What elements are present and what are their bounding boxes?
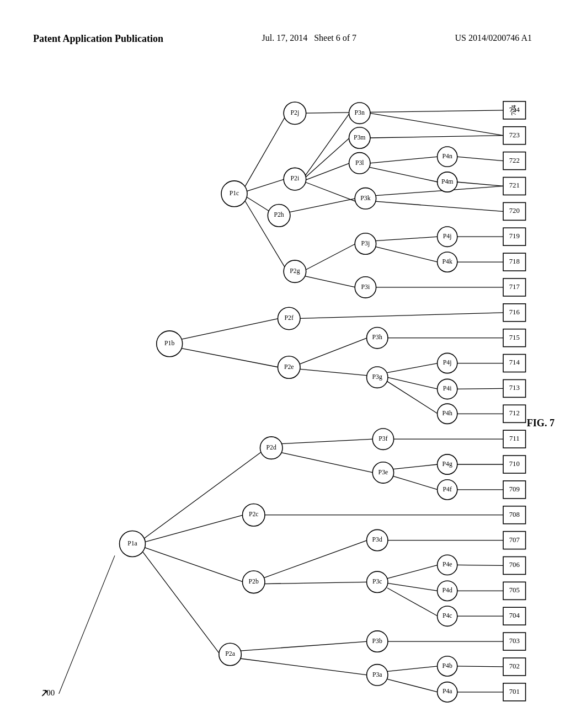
svg-text:P4d: P4d	[443, 587, 452, 594]
svg-text:P4n: P4n	[443, 153, 452, 160]
svg-text:P3l: P3l	[355, 159, 364, 167]
svg-line-88	[281, 439, 373, 444]
svg-text:P2b: P2b	[249, 578, 259, 585]
svg-text:705: 705	[509, 586, 520, 594]
svg-line-103	[387, 588, 438, 616]
svg-text:P3f: P3f	[379, 435, 387, 442]
svg-text:710: 710	[509, 460, 520, 468]
diagram-area: 724 724 723 722 721 720 719 718 717	[0, 77, 565, 728]
svg-text:P4h: P4h	[443, 410, 452, 417]
svg-line-59	[457, 157, 503, 160]
svg-line-58	[370, 157, 438, 163]
svg-text:P2d: P2d	[266, 444, 276, 451]
svg-line-99	[387, 565, 438, 579]
svg-text:713: 713	[509, 384, 520, 392]
svg-line-101	[387, 583, 438, 591]
svg-text:P2h: P2h	[274, 211, 284, 218]
svg-line-97	[264, 582, 367, 584]
svg-line-50	[244, 179, 285, 192]
svg-text:P3n: P3n	[355, 109, 365, 116]
svg-line-75	[299, 338, 367, 365]
svg-line-82	[387, 382, 438, 414]
svg-text:P3m: P3m	[354, 134, 366, 141]
svg-line-89	[281, 453, 373, 473]
svg-line-196	[59, 555, 115, 694]
patent-number: US 2014/0200746 A1	[455, 33, 532, 43]
svg-text:701: 701	[509, 688, 520, 695]
svg-text:P2e: P2e	[284, 363, 294, 371]
svg-text:P4j: P4j	[443, 233, 452, 240]
svg-text:711: 711	[509, 435, 520, 442]
svg-text:P4f: P4f	[443, 486, 452, 493]
svg-text:P4m: P4m	[441, 178, 454, 185]
svg-text:707: 707	[509, 536, 520, 544]
svg-text:P3c: P3c	[372, 578, 382, 585]
svg-text:718: 718	[509, 258, 520, 265]
svg-text:P4b: P4b	[443, 662, 452, 670]
svg-line-87	[142, 552, 220, 655]
svg-text:P3d: P3d	[372, 536, 382, 543]
svg-text:720: 720	[509, 207, 520, 215]
page-header: Patent Application Publication Jul. 17, …	[0, 33, 565, 45]
svg-text:P2a: P2a	[225, 650, 235, 657]
svg-line-93	[393, 476, 438, 490]
svg-line-195	[457, 182, 503, 186]
svg-text:704: 704	[509, 612, 520, 619]
svg-text:P1c: P1c	[230, 190, 239, 197]
header-center: Jul. 17, 2014 Sheet 6 of 7	[262, 33, 356, 43]
svg-text:712: 712	[509, 409, 520, 417]
svg-text:P3a: P3a	[372, 671, 382, 678]
svg-text:P3e: P3e	[379, 469, 388, 476]
svg-text:P1a: P1a	[127, 540, 137, 547]
svg-line-86	[142, 547, 243, 582]
svg-line-67	[376, 237, 438, 240]
svg-text:P2c: P2c	[249, 511, 259, 518]
svg-line-194	[370, 167, 438, 182]
fig-label: FIG. 7	[527, 417, 555, 429]
leaf-boxes: 724 724 723 722 721 720 719 718 717	[503, 101, 526, 701]
svg-text:P2g: P2g	[290, 267, 300, 275]
svg-text:P4i: P4i	[443, 385, 452, 392]
svg-text:708: 708	[509, 511, 520, 518]
svg-text:717: 717	[509, 283, 520, 291]
svg-text:P3b: P3b	[372, 638, 382, 645]
svg-line-54	[305, 113, 350, 176]
svg-line-108	[387, 666, 438, 672]
svg-line-72	[179, 318, 279, 339]
svg-line-81	[457, 388, 503, 389]
svg-text:706: 706	[509, 561, 520, 569]
svg-text:P4a: P4a	[443, 688, 452, 695]
svg-text:P1b: P1b	[164, 340, 174, 347]
svg-text:723: 723	[509, 131, 520, 139]
svg-line-110	[387, 679, 438, 692]
svg-line-65	[305, 244, 356, 270]
svg-text:P3j: P3j	[361, 240, 370, 247]
publication-date: Jul. 17, 2014	[262, 33, 307, 42]
svg-text:P2f: P2f	[285, 314, 294, 322]
svg-text:P3g: P3g	[372, 373, 382, 381]
svg-text:724: 724	[509, 106, 520, 114]
svg-line-73	[179, 348, 279, 367]
svg-line-69	[376, 247, 438, 262]
svg-line-49	[244, 117, 285, 188]
svg-text:703: 703	[509, 637, 520, 645]
svg-text:P4j: P4j	[443, 359, 452, 366]
svg-line-64	[305, 182, 356, 201]
svg-text:715: 715	[509, 334, 520, 341]
svg-line-78	[387, 363, 438, 373]
svg-text:P3i: P3i	[361, 283, 370, 291]
svg-text:P2i: P2i	[291, 175, 300, 182]
svg-text:721: 721	[509, 181, 520, 189]
svg-text:719: 719	[509, 232, 520, 240]
svg-text:P4c: P4c	[443, 612, 452, 619]
svg-line-60	[370, 136, 503, 138]
svg-line-53	[305, 110, 503, 113]
svg-line-66	[305, 276, 356, 287]
svg-text:P2j: P2j	[291, 109, 300, 116]
svg-text:P3k: P3k	[360, 195, 370, 202]
svg-line-105	[240, 641, 367, 651]
svg-text:P3h: P3h	[372, 334, 382, 341]
svg-line-91	[393, 464, 438, 469]
svg-line-96	[264, 540, 367, 578]
svg-text:↗: ↗	[40, 687, 49, 699]
